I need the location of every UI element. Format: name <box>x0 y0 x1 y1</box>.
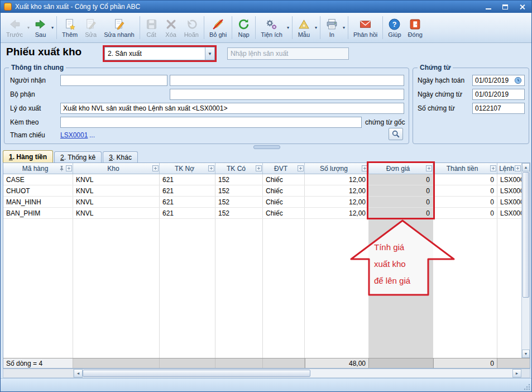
vertical-scrollbar[interactable]: ▲ ▼ <box>521 163 530 358</box>
maximize-button[interactable] <box>499 2 511 11</box>
grid-cell[interactable]: 12,00 <box>305 185 369 196</box>
grid-cell[interactable]: 0 <box>433 174 497 185</box>
toolbar-button-utilities-gears[interactable]: Tiện ích▾ <box>257 14 290 41</box>
collapse-splitter-handle[interactable] <box>253 145 280 149</box>
grid-cell[interactable]: 0 <box>369 185 433 196</box>
table-row[interactable]: MAN_HINHKNVL621152Chiếc12,0000LSX0001 <box>3 197 521 208</box>
grid-cell[interactable]: 0 <box>369 174 433 185</box>
grid-cell[interactable]: 0 <box>369 208 433 218</box>
column-header-mã-hàng[interactable]: Mã hàng <box>3 163 73 174</box>
column-filter-icon[interactable] <box>208 165 214 171</box>
toolbar-button-help-circle[interactable]: ?Giúp <box>385 14 404 41</box>
department-input[interactable] <box>170 89 404 100</box>
reference-more-link[interactable]: ... <box>89 131 95 139</box>
tab-2[interactable]: 2. Thống kê <box>54 151 102 162</box>
grid-cell[interactable]: 621 <box>160 185 215 196</box>
column-filter-icon[interactable] <box>152 165 159 171</box>
grid-cell[interactable]: KNVL <box>73 185 160 196</box>
grid-cell[interactable]: 12,00 <box>305 208 369 218</box>
grid-cell[interactable]: 621 <box>160 174 215 185</box>
grid-cell[interactable]: 12,00 <box>305 174 369 185</box>
column-filter-icon[interactable] <box>426 165 432 171</box>
attachment-input[interactable] <box>60 117 362 128</box>
toolbar-button-unpost-pencil[interactable]: Bỏ ghi <box>206 14 230 41</box>
grid-cell[interactable]: KNVL <box>73 208 160 218</box>
toolbar-button-quick-edit[interactable]: Sửa nhanh <box>100 14 137 41</box>
reference-link[interactable]: LSX0001 <box>60 131 88 139</box>
grid-cell[interactable]: 152 <box>215 185 263 196</box>
reason-input[interactable] <box>60 103 404 114</box>
grid-cell[interactable]: CHUOT <box>3 185 73 196</box>
grid-cell[interactable]: CASE <box>3 174 73 185</box>
grid-cell[interactable]: 0 <box>433 197 497 207</box>
grid-cell[interactable]: 12,00 <box>305 197 369 207</box>
toolbar-button-forward-arrow[interactable]: Sau▾ <box>31 14 55 41</box>
horizontal-scroll-thumb[interactable] <box>83 370 310 377</box>
toolbar-button-close-door[interactable]: Đóng <box>405 14 426 41</box>
grid-cell[interactable]: LSX0001 <box>497 174 521 185</box>
calendar-icon[interactable] <box>514 77 522 84</box>
grid-cell[interactable]: Chiếc <box>263 197 305 207</box>
toolbar-button-add-document[interactable]: Thêm <box>59 14 81 41</box>
grid-cell[interactable]: KNVL <box>73 197 160 207</box>
column-header-tk-có[interactable]: TK Có <box>215 163 263 174</box>
voucher-type-combo[interactable]: 2. Sản xuất ▼ <box>104 47 215 60</box>
toolbar-button-printer[interactable]: In▾ <box>322 14 346 41</box>
document-number-field[interactable]: 0122107 <box>472 103 525 114</box>
column-filter-icon[interactable] <box>298 165 304 171</box>
table-row[interactable]: CASEKNVL621152Chiếc12,0000LSX0001 <box>3 174 521 185</box>
grid-cell[interactable]: 0 <box>369 197 433 207</box>
receiver-name-input[interactable] <box>170 75 404 86</box>
grid-cell[interactable]: 0 <box>433 185 497 196</box>
grid-cell[interactable]: MAN_HINH <box>3 197 73 207</box>
column-header-lệnh[interactable]: Lệnh <box>497 163 521 174</box>
grid-cell[interactable]: Chiếc <box>263 208 305 218</box>
grid-cell[interactable]: LSX0001 <box>497 208 521 218</box>
column-filter-icon[interactable] <box>490 165 496 171</box>
toolbar-button-reload-arrows[interactable]: Nạp <box>234 14 253 41</box>
pin-icon[interactable] <box>59 165 65 171</box>
grid-cell[interactable]: 621 <box>160 208 215 218</box>
resize-grip[interactable] <box>523 383 530 390</box>
tab-3[interactable]: 3. Khác <box>103 151 138 162</box>
grid-cell[interactable]: 152 <box>215 197 263 207</box>
toolbar-button-template-triangle[interactable]: Mẫu▾ <box>294 14 318 41</box>
grid-cell[interactable]: LSX0001 <box>497 185 521 196</box>
horizontal-scroll-track[interactable] <box>310 369 512 377</box>
grid-cell[interactable]: KNVL <box>73 174 160 185</box>
scroll-down-button[interactable]: ▼ <box>522 350 530 358</box>
production-order-input[interactable] <box>227 47 349 60</box>
column-header-đvt[interactable]: ĐVT <box>263 163 305 174</box>
vertical-scroll-thumb[interactable] <box>523 172 529 298</box>
scroll-up-button[interactable]: ▲ <box>522 163 530 171</box>
toolbar-button-feedback-envelope[interactable]: Phản hồi <box>350 14 381 41</box>
grid-cell[interactable]: 0 <box>433 208 497 218</box>
column-header-tk-nợ[interactable]: TK Nợ <box>160 163 215 174</box>
column-filter-icon[interactable] <box>256 165 262 171</box>
table-row[interactable]: CHUOTKNVL621152Chiếc12,0000LSX0001 <box>3 185 521 197</box>
close-button[interactable] <box>516 2 528 11</box>
tab-1[interactable]: 1. Hàng tiền <box>3 150 53 162</box>
grid-cell[interactable]: 152 <box>215 208 263 218</box>
scroll-right-button[interactable]: ► <box>512 369 521 377</box>
grid-cell[interactable]: 152 <box>215 174 263 185</box>
grid-cell[interactable]: BAN_PHIM <box>3 208 73 218</box>
column-header-số-lượng[interactable]: Số lượng <box>305 163 369 174</box>
receiver-code-input[interactable] <box>60 75 167 86</box>
search-button[interactable] <box>389 128 403 140</box>
grid-cell[interactable]: 621 <box>160 197 215 207</box>
column-header-thành-tiền[interactable]: Thành tiền <box>433 163 497 174</box>
grid-cell[interactable]: LSX0001 <box>497 197 521 207</box>
posting-date-field[interactable]: 01/01/2019 <box>472 75 525 86</box>
document-date-field[interactable]: 01/01/2019 <box>472 89 525 100</box>
column-filter-icon[interactable] <box>515 165 521 171</box>
column-header-đơn-giá[interactable]: Đơn giá <box>369 163 433 174</box>
column-filter-icon[interactable] <box>66 165 72 171</box>
column-header-kho[interactable]: Kho <box>73 163 160 174</box>
table-row[interactable]: BAN_PHIMKNVL621152Chiếc12,0000LSX0001 <box>3 208 521 219</box>
minimize-button[interactable] <box>482 2 495 11</box>
chevron-down-icon[interactable]: ▼ <box>205 47 214 60</box>
scroll-left-button[interactable]: ◄ <box>74 369 83 377</box>
grid-cell[interactable]: Chiếc <box>263 185 305 196</box>
horizontal-scrollbar[interactable]: ◄ ► <box>3 369 530 378</box>
